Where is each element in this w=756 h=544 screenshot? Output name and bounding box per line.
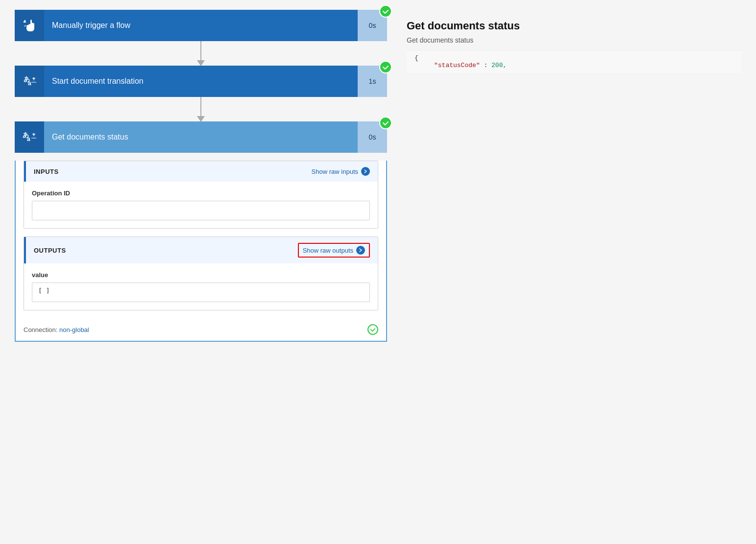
status-icon-svg: あ a [22, 129, 37, 145]
status-check-icon [382, 119, 389, 126]
trigger-check-icon [382, 8, 389, 15]
outputs-section: OUTPUTS Show raw outputs value [ ] [24, 237, 378, 310]
trigger-step: Manually trigger a flow 0s [15, 10, 387, 41]
status-code-value: 200, [491, 62, 507, 69]
flow-container: Manually trigger a flow 0s あ a Star [10, 10, 392, 342]
status-step-title: Get documents status [44, 133, 358, 142]
outputs-chevron-svg [358, 248, 363, 253]
inputs-field-group: Operation ID [24, 182, 378, 228]
status-success-badge [379, 117, 392, 129]
translation-step-title: Start document translation [44, 77, 358, 86]
show-raw-outputs-text: Show raw outputs [303, 247, 353, 254]
svg-text:a: a [27, 136, 30, 142]
connection-label: Connection: [24, 326, 57, 333]
inputs-chevron-svg [363, 169, 368, 174]
show-raw-inputs-text: Show raw inputs [312, 168, 358, 175]
status-step-header[interactable]: あ a Get documents status 0s [15, 121, 387, 153]
outputs-field-group: value [ ] [24, 263, 378, 310]
show-raw-inputs-link[interactable]: Show raw inputs [312, 167, 370, 176]
inputs-chevron-icon [361, 167, 370, 176]
trigger-step-icon [15, 10, 44, 41]
operation-id-label: Operation ID [32, 189, 370, 197]
trigger-hand-icon [22, 18, 37, 33]
trigger-success-badge [379, 5, 392, 18]
arrow-2 [200, 97, 201, 121]
connection-info: Connection: non-global [24, 326, 89, 333]
operation-id-value [32, 201, 370, 220]
status-step-icon: あ a [15, 121, 44, 153]
code-block: { "statusCode" : 200, [407, 50, 741, 73]
translation-step: あ a Start document translation 1s [15, 66, 387, 97]
translation-step-icon: あ a [15, 66, 44, 97]
inputs-section: INPUTS Show raw inputs Operation ID [24, 161, 378, 229]
connection-check-icon [367, 324, 378, 335]
outputs-section-header: OUTPUTS Show raw outputs [24, 237, 378, 263]
status-code-key: "statusCode" [434, 62, 480, 69]
right-panel: Get documents status Get documents statu… [402, 10, 746, 342]
right-panel-title: Get documents status [407, 20, 741, 32]
trigger-step-title: Manually trigger a flow [44, 21, 358, 30]
connection-value-link[interactable]: non-global [59, 326, 89, 333]
translation-step-header[interactable]: あ a Start document translation 1s [15, 66, 387, 97]
connection-check-svg [370, 327, 376, 332]
translation-success-badge [379, 61, 392, 73]
code-indent: "statusCode" : 200, [415, 62, 507, 69]
svg-text:a: a [28, 80, 31, 87]
bracket-value: [ ] [38, 287, 49, 294]
inputs-label: INPUTS [34, 168, 312, 175]
translation-icon-svg: あ a [22, 73, 37, 89]
status-step-expanded: INPUTS Show raw inputs Operation ID [15, 161, 387, 342]
connection-footer: Connection: non-global [16, 318, 386, 341]
colon: : [484, 62, 488, 69]
opening-brace: { [415, 54, 418, 62]
translation-check-icon [382, 64, 389, 71]
value-label: value [32, 271, 370, 279]
outputs-chevron-icon [356, 246, 365, 255]
value-box: [ ] [32, 283, 370, 302]
show-raw-outputs-link[interactable]: Show raw outputs [298, 243, 370, 258]
trigger-step-header[interactable]: Manually trigger a flow 0s [15, 10, 387, 41]
inputs-section-header: INPUTS Show raw inputs [24, 161, 378, 182]
right-panel-subtitle: Get documents status [407, 36, 741, 44]
arrow-1 [200, 41, 201, 66]
status-step: あ a Get documents status 0s INPUTS [15, 121, 387, 342]
outputs-label: OUTPUTS [34, 247, 298, 254]
